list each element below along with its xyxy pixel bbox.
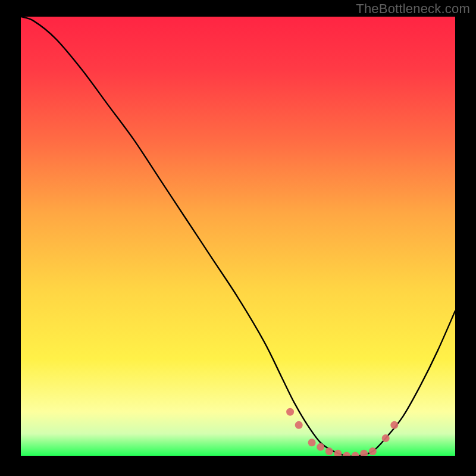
- gradient-background: [21, 17, 455, 456]
- marker-flat-1: [308, 439, 316, 446]
- watermark-text: TheBottleneck.com: [356, 1, 470, 17]
- marker-right-cluster-1: [382, 434, 390, 442]
- chart-frame: TheBottleneck.com: [0, 0, 476, 476]
- marker-flat-8: [369, 447, 377, 455]
- plot-area: [21, 17, 455, 456]
- marker-flat-2: [317, 443, 324, 451]
- marker-left-cluster-1: [286, 408, 294, 416]
- marker-right-cluster-2: [390, 421, 398, 429]
- marker-left-cluster-2: [295, 421, 303, 429]
- plot-svg: [21, 17, 455, 456]
- marker-flat-3: [325, 447, 333, 455]
